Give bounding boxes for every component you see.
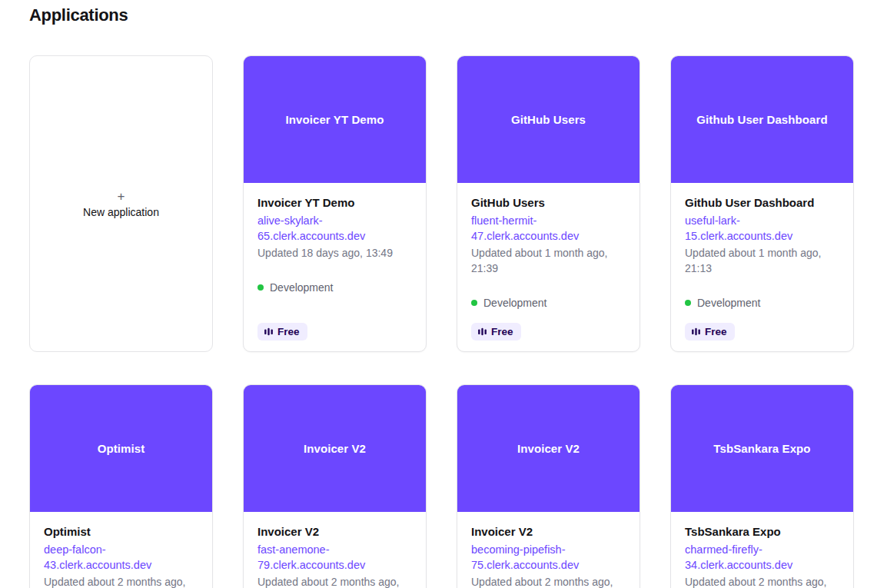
application-card-banner: GitHub Users	[457, 56, 640, 183]
environment-label: Development	[697, 297, 761, 309]
application-updated-text: Updated about 1 month ago, 21:39	[471, 245, 626, 276]
application-updated-text: Updated about 1 month ago, 21:13	[685, 245, 839, 276]
application-domain-link[interactable]: charmed-firefly-34.clerk.accounts.dev	[685, 542, 839, 573]
environment-row: Development	[257, 281, 334, 294]
development-status-dot-icon	[685, 300, 691, 306]
application-title: Invoicer V2	[257, 524, 319, 540]
plan-badge: Free	[257, 323, 307, 341]
application-card-body: GitHub Users fluent-hermit-47.clerk.acco…	[457, 183, 640, 351]
application-title: TsbSankara Expo	[685, 524, 781, 540]
application-card[interactable]: TsbSankara Expo TsbSankara Expo charmed-…	[670, 384, 854, 588]
application-banner-title: Invoicer V2	[304, 442, 366, 455]
application-card-banner: Invoicer YT Demo	[244, 56, 426, 183]
application-card[interactable]: Github User Dashboard Github User Dashbo…	[670, 55, 854, 352]
application-domain-link[interactable]: deep-falcon-43.clerk.accounts.dev	[44, 542, 198, 573]
application-domain-link[interactable]: fast-anemone-79.clerk.accounts.dev	[257, 542, 412, 573]
application-domain-link[interactable]: fluent-hermit-47.clerk.accounts.dev	[471, 213, 626, 244]
application-banner-title: Github User Dashboard	[696, 113, 827, 126]
application-banner-title: Invoicer V2	[517, 442, 580, 455]
application-domain-link[interactable]: alive-skylark-65.clerk.accounts.dev	[257, 213, 412, 244]
environment-label: Development	[483, 297, 547, 309]
application-card-banner: Optimist	[30, 385, 212, 512]
application-card-body: Invoicer V2 fast-anemone-79.clerk.accoun…	[244, 512, 426, 588]
environment-row: Development	[685, 297, 761, 309]
application-title: GitHub Users	[471, 195, 545, 211]
application-card[interactable]: GitHub Users GitHub Users fluent-hermit-…	[457, 55, 640, 352]
plan-label: Free	[277, 326, 300, 337]
applications-grid: + New application Invoicer YT Demo Invoi…	[29, 55, 887, 588]
plan-bars-icon	[477, 327, 487, 337]
development-status-dot-icon	[257, 284, 264, 291]
plan-label: Free	[491, 326, 513, 337]
application-domain-link[interactable]: becoming-pipefish-75.clerk.accounts.dev	[471, 542, 626, 573]
application-updated-text: Updated 18 days ago, 13:49	[257, 245, 393, 261]
application-title: Invoicer YT Demo	[257, 195, 354, 211]
application-card-banner: TsbSankara Expo	[671, 385, 853, 512]
application-card[interactable]: Invoicer V2 Invoicer V2 fast-anemone-79.…	[243, 384, 427, 588]
application-banner-title: Optimist	[98, 442, 145, 455]
application-card-banner: Github User Dashboard	[671, 56, 853, 183]
application-banner-title: GitHub Users	[511, 113, 586, 126]
development-status-dot-icon	[471, 300, 477, 306]
plan-bars-icon	[264, 327, 274, 337]
plan-badge: Free	[471, 323, 521, 341]
application-updated-text: Updated about 2 months ago, 21:43	[44, 574, 198, 588]
application-card-banner: Invoicer V2	[457, 385, 640, 512]
application-banner-title: Invoicer YT Demo	[285, 113, 384, 126]
application-card-body: Optimist deep-falcon-43.clerk.accounts.d…	[30, 512, 212, 588]
new-application-card[interactable]: + New application	[29, 55, 213, 352]
application-title: Github User Dashboard	[685, 195, 814, 211]
application-title: Invoicer V2	[471, 524, 533, 540]
environment-label: Development	[270, 281, 334, 294]
application-updated-text: Updated about 2 months ago, 17:34	[471, 574, 626, 588]
application-card[interactable]: Invoicer V2 Invoicer V2 becoming-pipefis…	[457, 384, 640, 588]
application-card-body: Invoicer V2 becoming-pipefish-75.clerk.a…	[457, 512, 640, 588]
application-domain-link[interactable]: useful-lark-15.clerk.accounts.dev	[685, 213, 839, 244]
page-title: Applications	[29, 5, 887, 26]
application-card[interactable]: Invoicer YT Demo Invoicer YT Demo alive-…	[243, 55, 427, 352]
plan-bars-icon	[691, 327, 701, 337]
application-card-banner: Invoicer V2	[244, 385, 426, 512]
application-card-body: TsbSankara Expo charmed-firefly-34.clerk…	[671, 512, 853, 588]
environment-row: Development	[471, 297, 547, 309]
new-application-label: New application	[83, 206, 159, 218]
plan-badge: Free	[685, 323, 735, 341]
application-card[interactable]: Optimist Optimist deep-falcon-43.clerk.a…	[29, 384, 213, 588]
application-card-body: Invoicer YT Demo alive-skylark-65.clerk.…	[244, 183, 426, 351]
application-updated-text: Updated about 2 months ago, 22:33	[685, 574, 839, 588]
plan-label: Free	[705, 326, 727, 337]
application-card-body: Github User Dashboard useful-lark-15.cle…	[671, 183, 853, 351]
plus-icon: +	[118, 190, 125, 204]
application-banner-title: TsbSankara Expo	[713, 442, 810, 455]
application-updated-text: Updated about 2 months ago, 17:13	[257, 574, 412, 588]
application-title: Optimist	[44, 524, 91, 540]
